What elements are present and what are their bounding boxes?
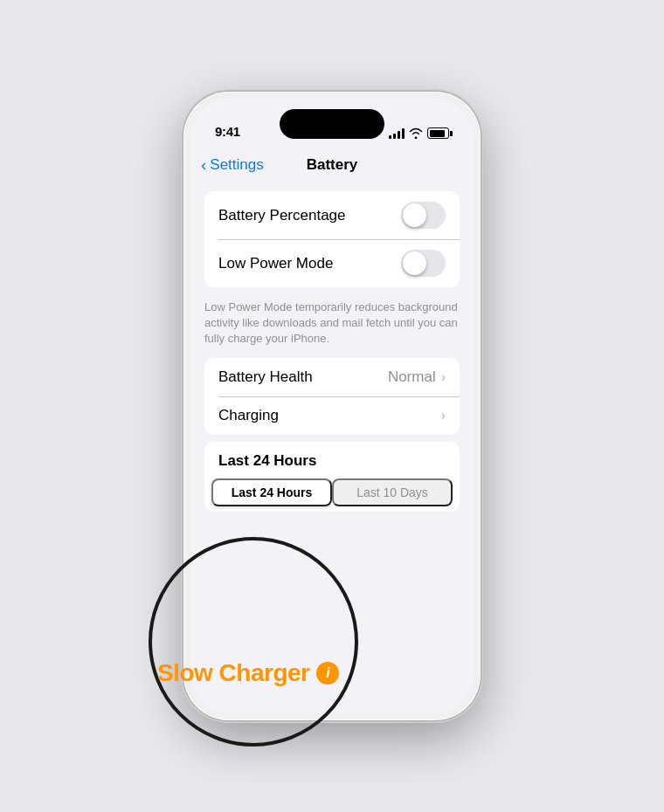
- signal-bar-1: [389, 135, 391, 139]
- low-power-mode-label: Low Power Mode: [218, 255, 333, 272]
- battery-percentage-row: Battery Percentage: [204, 191, 460, 239]
- tab-last-24-hours[interactable]: Last 24 Hours: [211, 478, 332, 506]
- tab-row: Last 24 Hours Last 10 Days: [204, 473, 460, 512]
- time-range-section: Last 24 Hours Last 24 Hours Last 10 Days: [204, 442, 460, 512]
- back-button[interactable]: ‹ Settings: [201, 156, 264, 175]
- wifi-icon: [409, 127, 423, 139]
- battery-percentage-toggle[interactable]: [401, 202, 446, 229]
- toggle-settings-group: Battery Percentage Low Power Mode: [204, 191, 460, 287]
- phone-outer: 9:41: [183, 92, 481, 720]
- nav-bar: ‹ Settings Battery: [190, 146, 474, 184]
- low-power-mode-row: Low Power Mode: [204, 239, 460, 287]
- chevron-right-icon-1: ›: [441, 369, 446, 385]
- charging-label: Charging: [218, 407, 279, 424]
- signal-bars-icon: [389, 128, 405, 139]
- content-area: Battery Percentage Low Power Mode Low Po…: [190, 184, 474, 713]
- info-icon[interactable]: i: [316, 662, 339, 685]
- slow-charger-label: Slow Charger i: [157, 659, 339, 687]
- charging-row[interactable]: Charging ›: [204, 396, 460, 435]
- back-label: Settings: [210, 156, 263, 174]
- low-power-mode-toggle[interactable]: [401, 250, 446, 277]
- battery-percentage-label: Battery Percentage: [218, 207, 346, 224]
- battery-fill: [430, 130, 445, 137]
- chevron-right-icon-2: ›: [441, 408, 446, 423]
- slow-charger-text: Slow Charger: [157, 659, 309, 687]
- signal-bar-4: [402, 128, 405, 139]
- back-chevron-icon: ‹: [201, 155, 206, 175]
- last-24-hours-header: Last 24 Hours: [204, 442, 460, 473]
- battery-health-group: Battery Health Normal › Charging ›: [204, 358, 460, 435]
- toggle-thumb-2: [403, 251, 426, 275]
- page-title: Battery: [307, 156, 358, 174]
- battery-health-value: Normal: [388, 368, 436, 386]
- signal-bar-2: [393, 134, 396, 139]
- battery-status-icon: [427, 127, 449, 139]
- phone-screen: 9:41: [190, 99, 474, 713]
- scene: 9:41: [35, 26, 629, 786]
- battery-health-right: Normal ›: [388, 368, 446, 386]
- low-power-caption: Low Power Mode temporarily reduces backg…: [190, 294, 474, 358]
- tab-last-10-days[interactable]: Last 10 Days: [332, 478, 453, 506]
- charging-right: ›: [441, 408, 446, 423]
- status-icons: [389, 127, 449, 139]
- toggle-thumb-1: [403, 203, 426, 227]
- signal-bar-3: [398, 131, 400, 139]
- dynamic-island: [280, 109, 384, 139]
- status-time: 9:41: [215, 124, 240, 139]
- battery-health-row[interactable]: Battery Health Normal ›: [204, 358, 460, 396]
- battery-health-label: Battery Health: [218, 368, 313, 386]
